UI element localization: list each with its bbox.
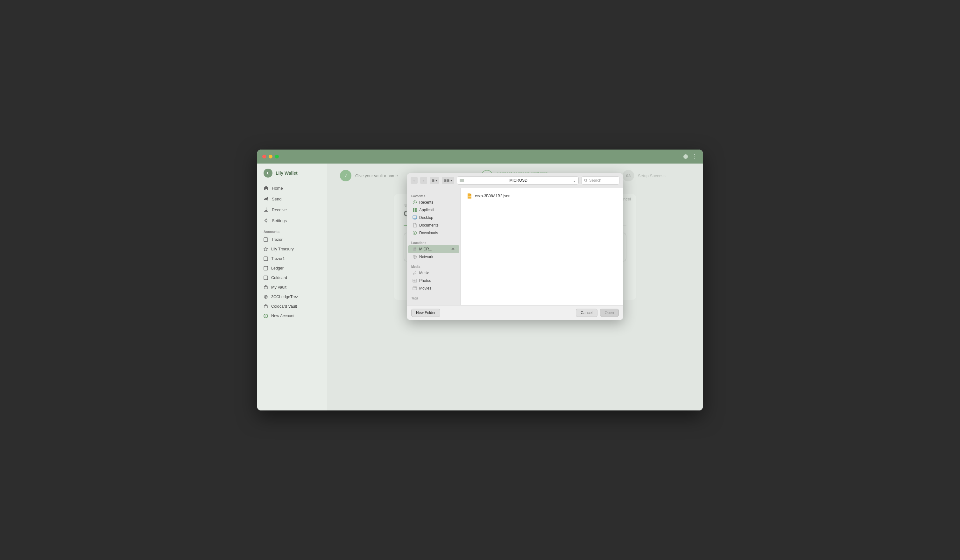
sidebar-item-settings[interactable]: Settings	[257, 215, 327, 226]
fp-sidebar-downloads[interactable]: Downloads	[408, 229, 459, 237]
music-icon	[413, 271, 417, 275]
svg-line-12	[587, 181, 587, 182]
receive-label: Receive	[272, 207, 287, 212]
fp-location-chevron: ⌄	[573, 178, 576, 183]
fp-search-box[interactable]: Search	[581, 176, 619, 185]
column-view-icon: ⊞	[432, 179, 435, 183]
fp-tags-section: Tags	[407, 294, 461, 302]
file-picker-toolbar: ‹ › ⊞ ▾ ⊞⊞ ▾ MICROSD ⌄	[407, 173, 623, 188]
receive-icon	[264, 207, 269, 212]
fp-sidebar-desktop[interactable]: Desktop	[408, 214, 459, 222]
eject-icon	[451, 247, 455, 251]
sidebar-item-trezor1[interactable]: Trezor1	[257, 254, 327, 263]
search-icon	[584, 179, 587, 182]
svg-text:L: L	[267, 171, 269, 175]
fp-forward-button[interactable]: ›	[420, 177, 427, 184]
coldcard-vault-label: Coldcard Vault	[271, 304, 297, 309]
json-file-icon: JSON	[467, 193, 472, 199]
documents-label: Documents	[419, 223, 438, 228]
fp-sidebar-documents[interactable]: Documents	[408, 222, 459, 229]
sidebar-item-3ccledgetrez[interactable]: 3CCLedgeTrez	[257, 292, 327, 302]
fp-body: Favorites Recents Applicati...	[407, 188, 623, 305]
svg-rect-18	[413, 216, 417, 219]
settings-icon	[264, 218, 269, 223]
svg-point-8	[264, 295, 267, 298]
app-window: ⋮ L Lily Wallet Home Send Rece	[257, 150, 703, 410]
sidebar-item-trezor[interactable]: Trezor	[257, 235, 327, 244]
fp-new-folder-button[interactable]: New Folder	[411, 309, 440, 317]
svg-rect-29	[413, 287, 417, 290]
movies-label: Movies	[419, 286, 431, 290]
titlebar-menu-icon[interactable]: ⋮	[692, 153, 698, 160]
desktop-icon	[413, 215, 417, 220]
my-vault-icon	[264, 285, 268, 290]
sd-card-icon	[460, 179, 464, 182]
titlebar-circle-icon	[683, 154, 688, 159]
svg-point-25	[413, 274, 414, 274]
sidebar-item-coldcard[interactable]: Coldcard	[257, 273, 327, 282]
sidebar-item-coldcard-vault[interactable]: Coldcard Vault	[257, 302, 327, 311]
music-label: Music	[419, 271, 429, 275]
fp-location-dropdown[interactable]: MICROSD ⌄	[457, 176, 579, 185]
fp-cancel-button[interactable]: Cancel	[576, 309, 597, 317]
svg-point-26	[415, 273, 416, 274]
fp-open-button[interactable]: Open	[600, 309, 619, 317]
fp-search-placeholder: Search	[589, 178, 601, 183]
photos-icon	[413, 278, 417, 283]
coldcard-icon	[264, 276, 268, 280]
movies-icon	[413, 286, 417, 290]
downloads-icon	[413, 231, 417, 235]
sidebar-add-new-account[interactable]: + New Account	[257, 311, 327, 321]
sidebar-item-send[interactable]: Send	[257, 193, 327, 204]
sidebar-item-ledger[interactable]: Ledger	[257, 263, 327, 273]
home-icon	[264, 185, 269, 191]
close-button[interactable]	[262, 155, 266, 158]
sidebar-item-my-vault[interactable]: My Vault	[257, 282, 327, 292]
sidebar-item-receive[interactable]: Receive	[257, 204, 327, 215]
fp-sidebar-applications[interactable]: Applicati...	[408, 206, 459, 214]
fp-back-button[interactable]: ‹	[411, 177, 418, 184]
fp-sidebar-microsd[interactable]: MICR...	[408, 245, 459, 253]
fp-sidebar-movies[interactable]: Movies	[408, 284, 459, 292]
fp-sidebar: Favorites Recents Applicati...	[407, 188, 461, 305]
file-item-1[interactable]: JSON ccxp-3B08A1B2.json	[464, 191, 620, 201]
fp-grid-view-button[interactable]: ⊞⊞ ▾	[442, 177, 454, 184]
ledger-icon	[264, 266, 268, 270]
accounts-section-label: Accounts	[257, 226, 327, 235]
svg-rect-16	[413, 210, 414, 212]
svg-rect-5	[264, 266, 268, 270]
traffic-lights	[262, 155, 279, 158]
applications-icon	[413, 208, 417, 212]
send-label: Send	[272, 197, 282, 201]
fp-footer: New Folder Cancel Open	[407, 305, 623, 320]
fp-favorites-section: Favorites Recents Applicati...	[407, 191, 461, 238]
sidebar-item-home[interactable]: Home	[257, 183, 327, 193]
fp-location-label: MICROSD	[509, 178, 527, 183]
sidebar: L Lily Wallet Home Send Receive Settings…	[257, 164, 327, 410]
settings-label: Settings	[272, 218, 287, 223]
fp-sidebar-network[interactable]: Network	[408, 253, 459, 261]
send-icon	[264, 196, 269, 201]
lily-treasury-label: Lily Treasury	[271, 247, 294, 251]
svg-rect-23	[415, 247, 416, 249]
sidebar-item-lily-treasury[interactable]: Lily Treasury	[257, 244, 327, 254]
network-label: Network	[419, 255, 433, 259]
fp-favorites-label: Favorites	[407, 193, 461, 199]
minimize-button[interactable]	[269, 155, 272, 158]
fp-sidebar-recents[interactable]: Recents	[408, 199, 459, 206]
main-content: ✓ Give your vault a name 02 Connect or i…	[327, 164, 703, 410]
grid-view-chevron: ▾	[450, 179, 452, 183]
trezor1-label: Trezor1	[271, 257, 285, 261]
downloads-label: Downloads	[419, 231, 438, 235]
svg-rect-4	[264, 257, 268, 261]
app-body: L Lily Wallet Home Send Receive Settings…	[257, 164, 703, 410]
sidebar-logo: L Lily Wallet	[257, 166, 327, 183]
fp-sidebar-photos[interactable]: Photos	[408, 277, 459, 284]
maximize-button[interactable]	[275, 155, 279, 158]
fp-column-view-button[interactable]: ⊞ ▾	[430, 177, 439, 184]
svg-rect-7	[264, 286, 267, 289]
recents-label: Recents	[419, 200, 433, 204]
fp-media-label: Media	[407, 263, 461, 269]
fp-sidebar-music[interactable]: Music	[408, 269, 459, 277]
fp-tags-label: Tags	[407, 295, 461, 301]
